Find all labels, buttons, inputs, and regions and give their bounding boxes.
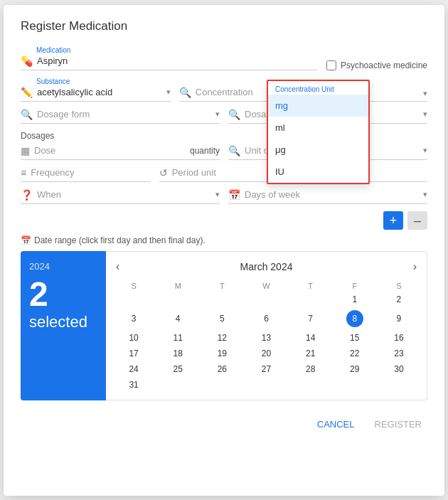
psychoactive-checkbox-group[interactable]: Psychoactive medicine <box>326 60 427 70</box>
when-field-group: ❓ When ▾ <box>21 189 220 204</box>
minus-button[interactable]: – <box>407 211 427 230</box>
calendar-day-cell[interactable]: 1 <box>333 292 377 307</box>
calendar-day-cell <box>289 292 333 307</box>
days-of-week-input-row[interactable]: 📅 Days of week ▾ <box>228 189 427 204</box>
calendar-day-cell[interactable]: 31 <box>112 377 156 393</box>
calendar-day-cell[interactable]: 13 <box>244 330 288 346</box>
calendar-day-cell <box>244 377 288 393</box>
medication-icon: 💊 <box>21 55 33 67</box>
frequency-input-row[interactable]: ≡ Frequency <box>21 167 151 182</box>
calendar-day-header: S <box>112 280 156 292</box>
calendar-week-row: 10111213141516 <box>112 330 421 346</box>
dose-field-group: ▦ Dose quantity <box>21 145 220 160</box>
dosage-form-input-row[interactable]: 🔍 Dosage form ▾ <box>21 109 220 124</box>
frequency-label: Frequency <box>31 167 151 178</box>
calendar-day-header: T <box>200 280 244 292</box>
calendar-day-cell[interactable]: 10 <box>112 330 156 346</box>
calendar-day-cell[interactable]: 26 <box>200 361 244 377</box>
calendar-day-header: M <box>156 280 200 292</box>
unit-of-measure-icon: 🔍 <box>228 145 240 156</box>
medication-value: Aspiryn <box>37 55 318 66</box>
calendar-day-cell <box>333 377 377 393</box>
dropdown-option[interactable]: ml <box>268 117 368 139</box>
concentration-unit-arrow-icon: ▾ <box>423 89 427 98</box>
selected-year: 2024 <box>29 261 97 272</box>
calendar-day-cell[interactable]: 16 <box>377 330 421 346</box>
frequency-field-group: ≡ Frequency <box>21 167 151 182</box>
psychoactive-checkbox[interactable] <box>326 60 336 70</box>
calendar-day-cell[interactable]: 21 <box>289 346 333 361</box>
dosage-form-arrow-icon: ▾ <box>215 110 220 119</box>
calendar-prev-button[interactable]: ‹ <box>112 259 124 275</box>
selected-count: 2 <box>29 276 97 314</box>
period-unit-icon: ↺ <box>159 167 168 179</box>
calendar-day-cell[interactable]: 28 <box>289 361 333 377</box>
calendar-day-cell[interactable]: 14 <box>289 330 333 346</box>
psychoactive-label: Psychoactive medicine <box>341 60 427 70</box>
calendar-day-cell[interactable]: 23 <box>377 346 421 361</box>
calendar-day-cell[interactable]: 7 <box>289 307 333 330</box>
calendar-day-cell[interactable]: 3 <box>112 307 156 330</box>
calendar-day-cell[interactable]: 2 <box>377 292 421 307</box>
calendar-day-cell <box>200 377 244 393</box>
calendar-day-cell[interactable]: 24 <box>112 361 156 377</box>
dose-icon: ▦ <box>21 145 30 156</box>
days-of-week-label: Days of week <box>245 189 420 200</box>
calendar-day-cell[interactable]: 20 <box>244 346 288 361</box>
calendar-day-cell[interactable]: 27 <box>244 361 288 377</box>
dosage-first-icon: 🔍 <box>228 109 240 120</box>
dosage-form-value: Dosage form <box>37 109 213 119</box>
calendar-day-cell[interactable]: 18 <box>156 346 200 361</box>
register-button[interactable]: REGISTER <box>369 416 427 432</box>
medication-row: Medication 💊 Aspiryn Psychoactive medici… <box>21 46 427 70</box>
calendar-day-cell <box>377 377 421 393</box>
calendar-day-cell[interactable]: 8 <box>333 307 377 330</box>
days-of-week-field-group: 📅 Days of week ▾ <box>228 189 427 204</box>
substance-arrow-icon: ▾ <box>166 87 171 97</box>
selected-panel: 2024 2 selected <box>21 251 106 400</box>
calendar-day-cell[interactable]: 29 <box>333 361 377 377</box>
dose-input-row[interactable]: ▦ Dose quantity <box>21 145 220 160</box>
calendar-week-row: 24252627282930 <box>112 361 421 377</box>
substance-label: Substance <box>36 78 171 85</box>
dropdown-option[interactable]: μg <box>268 139 368 161</box>
calendar-day-cell[interactable]: 25 <box>156 361 200 377</box>
dosage-first-arrow-icon: ▾ <box>423 110 427 119</box>
calendar-week-row: 31 <box>112 377 421 393</box>
quantity-text: quantity <box>190 146 220 156</box>
calendar-next-button[interactable]: › <box>409 259 421 275</box>
calendar-day-cell[interactable]: 12 <box>200 330 244 346</box>
calendar-week-row: 12 <box>112 292 421 307</box>
calendar-day-cell[interactable]: 17 <box>112 346 156 361</box>
days-of-week-arrow-icon: ▾ <box>423 190 427 199</box>
calendar-day-cell[interactable]: 19 <box>200 346 244 361</box>
calendar-day-cell[interactable]: 11 <box>156 330 200 346</box>
substance-input-row[interactable]: ✏️ acetylsalicylic acid ▾ <box>21 87 171 102</box>
cancel-button[interactable]: CANCEL <box>311 416 361 432</box>
calendar-day-cell <box>156 377 200 393</box>
dropdown-option[interactable]: IU <box>268 161 368 183</box>
period-unit-label: Period unit <box>172 167 282 178</box>
concentration-icon: 🔍 <box>179 87 191 98</box>
calendar-day-cell[interactable]: 15 <box>333 330 377 346</box>
calendar-day-cell[interactable]: 5 <box>200 307 244 330</box>
medication-field-group: Medication 💊 Aspiryn <box>21 46 318 70</box>
plus-minus-row: + – <box>21 211 427 230</box>
calendar-week-row: 17181920212223 <box>112 346 421 361</box>
days-of-week-icon: 📅 <box>228 189 240 201</box>
calendar-main: ‹ March 2024 › SMTWTFS 12345678910111213… <box>106 251 427 400</box>
calendar-day-cell[interactable]: 4 <box>156 307 200 330</box>
calendar-body: 1234567891011121314151617181920212223242… <box>112 292 421 393</box>
calendar-day-cell[interactable]: 6 <box>244 307 288 330</box>
calendar-day-header: W <box>244 280 288 292</box>
calendar-day-cell <box>200 292 244 307</box>
calendar-day-cell[interactable]: 9 <box>377 307 421 330</box>
calendar-day-cell[interactable]: 22 <box>333 346 377 361</box>
calendar-day-cell[interactable]: 30 <box>377 361 421 377</box>
medication-input-row[interactable]: 💊 Aspiryn <box>21 55 318 70</box>
dropdown-option[interactable]: mg <box>268 95 368 117</box>
substance-field-group: Substance ✏️ acetylsalicylic acid ▾ <box>21 78 171 102</box>
date-range-icon: 📅 <box>21 235 31 245</box>
plus-button[interactable]: + <box>383 211 403 230</box>
when-input-row[interactable]: ❓ When ▾ <box>21 189 220 204</box>
